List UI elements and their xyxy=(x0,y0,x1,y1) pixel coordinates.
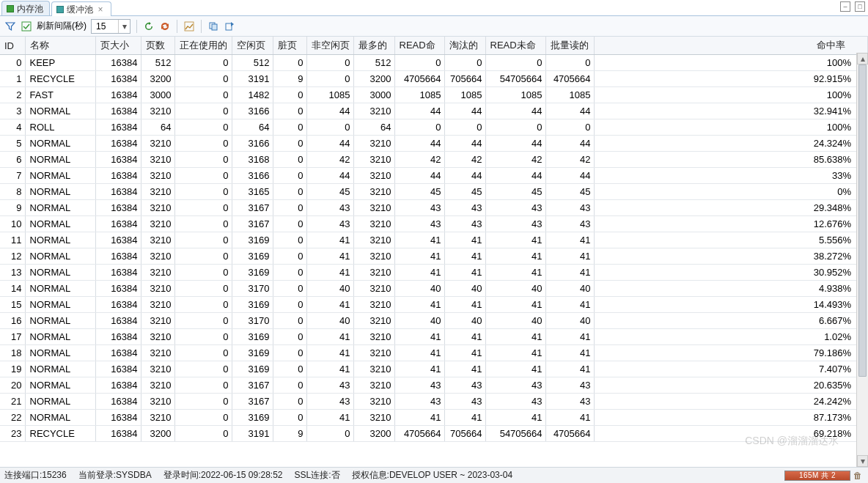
cell-non-free: 43 xyxy=(306,377,353,394)
checkbox-icon[interactable] xyxy=(21,21,32,32)
export-icon[interactable] xyxy=(224,21,235,32)
table-row[interactable]: 7NORMAL1638432100316604432104444444433% xyxy=(0,168,868,184)
chevron-down-icon[interactable]: ▾ xyxy=(118,20,130,33)
table-row[interactable]: 15NORMAL1638432100316904132104141414114.… xyxy=(0,297,868,313)
maximize-button[interactable]: □ xyxy=(855,1,865,12)
cell-non-free: 41 xyxy=(306,345,353,361)
memory-usage-bar[interactable]: 165M 共 2 xyxy=(784,471,850,481)
cell-non-free: 43 xyxy=(306,394,353,410)
table-row[interactable]: 0KEEP163845120512005120000100% xyxy=(0,55,868,71)
svg-rect-0 xyxy=(22,22,31,31)
cell-id: 18 xyxy=(0,345,25,361)
table-row[interactable]: 22NORMAL1638432100316904132104141414187.… xyxy=(0,410,868,426)
table-header-row: ID 名称 页大小 页数 正在使用的 空闲页 脏页 非空闲页 最多的 READ命… xyxy=(0,37,868,55)
col-header-name[interactable]: 名称 xyxy=(25,37,95,55)
cell-most: 3210 xyxy=(353,297,394,313)
cell-read-miss: 44 xyxy=(485,103,545,119)
col-header-page-size[interactable]: 页大小 xyxy=(95,37,141,55)
cell-batch: 43 xyxy=(545,377,594,394)
cell-dirty: 0 xyxy=(273,87,306,103)
scroll-down-icon[interactable]: ▾ xyxy=(857,455,868,467)
scroll-track[interactable] xyxy=(857,64,868,455)
table-row[interactable]: 10NORMAL1638432100316704332104343434312.… xyxy=(0,216,868,232)
col-header-batch[interactable]: 批量读的 xyxy=(545,37,594,55)
refresh-settings-icon[interactable] xyxy=(159,21,171,32)
col-header-free[interactable]: 空闲页 xyxy=(232,37,273,55)
table-scroll-area[interactable]: ID 名称 页大小 页数 正在使用的 空闲页 脏页 非空闲页 最多的 READ命… xyxy=(0,37,868,467)
col-header-non-free[interactable]: 非空闲页 xyxy=(306,37,353,55)
cell-non-free: 41 xyxy=(306,248,353,265)
cell-in-use: 0 xyxy=(174,265,232,281)
separator xyxy=(136,20,137,33)
table-row[interactable]: 17NORMAL163843210031690413210414141411.0… xyxy=(0,329,868,345)
table-row[interactable]: 23RECYCLE1638432000319190320047056647056… xyxy=(0,426,868,442)
col-header-evict[interactable]: 淘汰的 xyxy=(444,37,485,55)
cell-batch: 44 xyxy=(545,103,594,119)
cell-batch: 41 xyxy=(545,361,594,377)
table-row[interactable]: 9NORMAL1638432100316704332104343434329.3… xyxy=(0,200,868,216)
cell-pages: 3210 xyxy=(141,297,174,313)
cell-hit-rate: 32.941% xyxy=(594,103,868,119)
table-row[interactable]: 1RECYCLE16384320003191903200470566470566… xyxy=(0,71,868,87)
table-row[interactable]: 6NORMAL1638432100316804232104242424285.6… xyxy=(0,152,868,168)
cell-non-free: 0 xyxy=(306,55,353,71)
cell-evict: 41 xyxy=(444,265,485,281)
trash-icon[interactable]: 🗑 xyxy=(853,471,864,481)
buffer-pool-icon xyxy=(56,6,64,13)
table-row[interactable]: 14NORMAL163843210031700403210404040404.9… xyxy=(0,281,868,297)
table-row[interactable]: 4ROLL163846406400640000100% xyxy=(0,119,868,136)
col-header-in-use[interactable]: 正在使用的 xyxy=(174,37,232,55)
cell-read-hit: 0 xyxy=(394,55,444,71)
scroll-up-icon[interactable]: ▴ xyxy=(857,53,868,64)
cell-read-hit: 1085 xyxy=(394,87,444,103)
cell-dirty: 0 xyxy=(273,265,306,281)
minimize-button[interactable]: – xyxy=(840,1,850,12)
tab-buffer-pool[interactable]: 缓冲池 × xyxy=(51,1,111,16)
table-row[interactable]: 8NORMAL163843210031650453210454545450% xyxy=(0,184,868,200)
cell-evict: 41 xyxy=(444,345,485,361)
col-header-dirty[interactable]: 脏页 xyxy=(273,37,306,55)
col-header-read-miss[interactable]: READ未命 xyxy=(485,37,545,55)
scroll-thumb[interactable] xyxy=(858,64,867,377)
copy-icon[interactable] xyxy=(207,21,219,32)
col-header-hit-rate[interactable]: 命中率 xyxy=(594,37,868,55)
cell-non-free: 44 xyxy=(306,103,353,119)
col-header-read-hit[interactable]: READ命 xyxy=(394,37,444,55)
refresh-icon[interactable] xyxy=(143,21,155,32)
cell-id: 13 xyxy=(0,265,25,281)
cell-most: 3210 xyxy=(353,248,394,265)
col-header-most[interactable]: 最多的 xyxy=(353,37,394,55)
refresh-interval-combo[interactable]: 15 ▾ xyxy=(91,19,130,34)
filter-icon[interactable] xyxy=(4,21,16,32)
table-row[interactable]: 21NORMAL1638432100316704332104343434324.… xyxy=(0,394,868,410)
cell-evict: 41 xyxy=(444,232,485,248)
cell-id: 0 xyxy=(0,55,25,71)
cell-read-hit: 41 xyxy=(394,248,444,265)
col-header-pages[interactable]: 页数 xyxy=(141,37,174,55)
cell-free: 1482 xyxy=(232,87,273,103)
table-row[interactable]: 2FAST16384300001482010853000108510851085… xyxy=(0,87,868,103)
cell-name: NORMAL xyxy=(25,184,95,200)
chart-icon[interactable] xyxy=(183,21,195,32)
table-row[interactable]: 19NORMAL163843210031690413210414141417.4… xyxy=(0,361,868,377)
table-row[interactable]: 20NORMAL1638432100316704332104343434320.… xyxy=(0,377,868,394)
table-row[interactable]: 16NORMAL163843210031700403210404040406.6… xyxy=(0,313,868,329)
tab-bar: 内存池 缓冲池 × – □ xyxy=(0,0,868,16)
vertical-scrollbar[interactable]: ▴ ▾ xyxy=(856,53,868,467)
table-row[interactable]: 3NORMAL1638432100316604432104444444432.9… xyxy=(0,103,868,119)
cell-page-size: 16384 xyxy=(95,168,141,184)
cell-dirty: 0 xyxy=(273,55,306,71)
col-header-id[interactable]: ID xyxy=(0,37,25,55)
table-row[interactable]: 18NORMAL1638432100316904132104141414179.… xyxy=(0,345,868,361)
table-row[interactable]: 11NORMAL163843210031690413210414141415.5… xyxy=(0,232,868,248)
cell-in-use: 0 xyxy=(174,426,232,442)
cell-non-free: 41 xyxy=(306,361,353,377)
cell-hit-rate: 29.348% xyxy=(594,200,868,216)
table-row[interactable]: 5NORMAL1638432100316604432104444444424.3… xyxy=(0,136,868,152)
tab-memory-pool[interactable]: 内存池 xyxy=(1,1,50,15)
close-icon[interactable]: × xyxy=(96,4,105,15)
cell-in-use: 0 xyxy=(174,248,232,265)
cell-name: NORMAL xyxy=(25,281,95,297)
table-row[interactable]: 12NORMAL1638432100316904132104141414138.… xyxy=(0,248,868,265)
table-row[interactable]: 13NORMAL1638432100316904132104141414130.… xyxy=(0,265,868,281)
